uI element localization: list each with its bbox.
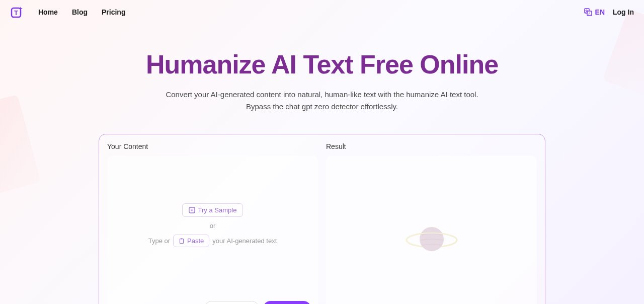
translate-icon: 文 A: [584, 8, 592, 16]
paste-instruction: Type or Paste your AI-generated text: [148, 235, 277, 247]
input-label: Your Content: [107, 142, 318, 150]
svg-text:文: 文: [585, 9, 588, 13]
planet-illustration: [404, 220, 459, 258]
customize-button[interactable]: Customize: [204, 301, 259, 304]
page-title: Humanize AI Text Free Online: [10, 49, 634, 80]
logo-icon: T: [11, 6, 24, 19]
input-box[interactable]: Try a Sample or Type or Paste your AI-ge…: [107, 156, 318, 304]
result-column: Result: [326, 142, 537, 304]
try-sample-label: Try a Sample: [198, 206, 237, 214]
svg-rect-9: [180, 239, 184, 243]
plus-square-icon: [189, 207, 195, 213]
subtitle-line1: Convert your AI-generated content into n…: [166, 90, 478, 99]
input-column: Your Content Try a Sample or Type or: [107, 142, 318, 304]
type-or-text: Type or: [148, 237, 170, 245]
footer-buttons: Customize Humanize: [204, 301, 311, 304]
logo[interactable]: T: [10, 5, 24, 19]
svg-rect-10: [181, 238, 183, 239]
svg-text:A: A: [588, 12, 591, 15]
header-right: 文 A EN Log In: [584, 8, 634, 16]
nav-pricing[interactable]: Pricing: [102, 8, 125, 16]
humanize-button[interactable]: Humanize: [263, 301, 311, 304]
subtitle-line2: Bypass the chat gpt zero detector effort…: [246, 102, 398, 111]
language-label: EN: [595, 8, 605, 16]
your-ai-text: your AI-generated text: [212, 237, 277, 245]
or-separator: or: [210, 222, 216, 230]
language-button[interactable]: 文 A EN: [584, 8, 605, 16]
try-sample-button[interactable]: Try a Sample: [182, 203, 244, 217]
nav-home[interactable]: Home: [38, 8, 58, 16]
input-placeholder-area: Try a Sample or Type or Paste your AI-ge…: [107, 156, 318, 295]
main-panel: Your Content Try a Sample or Type or: [99, 134, 545, 304]
nav-blog[interactable]: Blog: [72, 8, 88, 16]
paste-label: Paste: [187, 237, 204, 245]
result-box: [326, 156, 537, 304]
input-footer: 0 / 200 Words Customize Humanize: [107, 295, 318, 304]
result-empty-state: [326, 156, 537, 304]
svg-text:T: T: [14, 9, 18, 17]
header: T Home Blog Pricing 文 A EN Log In: [0, 0, 644, 24]
hero: Humanize AI Text Free Online Convert you…: [0, 24, 644, 128]
page-subtitle: Convert your AI-generated content into n…: [10, 89, 634, 113]
header-left: T Home Blog Pricing: [10, 5, 125, 19]
clipboard-icon: [179, 238, 185, 244]
login-button[interactable]: Log In: [613, 8, 634, 16]
paste-button[interactable]: Paste: [173, 235, 209, 247]
result-label: Result: [326, 142, 537, 150]
